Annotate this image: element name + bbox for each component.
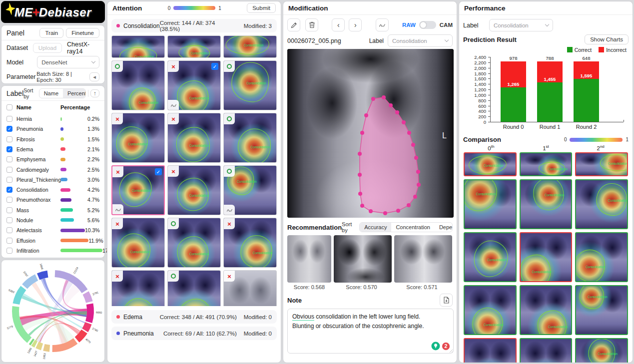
polygon-vertex-handle[interactable]	[358, 152, 362, 156]
correct-badge[interactable]	[224, 113, 235, 124]
label-checkbox[interactable]	[6, 156, 12, 162]
attention-thumbnail[interactable]: Consolidation×✓	[167, 60, 221, 110]
polygon-vertex-handle[interactable]	[389, 103, 393, 107]
note-textarea[interactable]: Obvious consolidation in the left lower …	[287, 309, 454, 354]
delete-button[interactable]	[305, 18, 318, 31]
polygon-vertex-handle[interactable]	[369, 209, 373, 213]
label-checkbox[interactable]	[6, 197, 12, 203]
incorrect-badge[interactable]: ×	[112, 271, 123, 282]
comparison-thumbnail[interactable]: Consolidation	[464, 338, 517, 363]
comparison-thumbnail[interactable]: Consolidation	[464, 285, 517, 335]
label-checkbox[interactable]	[6, 136, 12, 142]
polygon-vertex-handle[interactable]	[364, 113, 368, 117]
chord-segment[interactable]	[82, 322, 91, 332]
attention-thumbnail[interactable]: Consolidation	[111, 35, 165, 58]
selected-checkbox[interactable]: ✓	[211, 63, 218, 70]
attention-thumbnail[interactable]: ×	[223, 270, 277, 306]
attention-group-edema[interactable]: Edema Correct: 348 / All: 491 (70.9%) Mo…	[111, 310, 277, 324]
recommended-xray-3[interactable]	[394, 235, 452, 283]
recommended-xray-2[interactable]	[334, 235, 392, 283]
suggestion-bulb-icon[interactable]	[431, 342, 440, 351]
polygon-vertex-handle[interactable]	[407, 203, 411, 207]
incorrect-badge[interactable]: ×	[112, 113, 123, 124]
cam-mode-label[interactable]: CAM	[440, 22, 453, 28]
image-label-select[interactable]: Consolidation	[388, 34, 453, 47]
comparison-thumbnail[interactable]: Consolidation	[520, 232, 573, 282]
attention-thumbnail[interactable]: Consolidation×	[167, 113, 221, 163]
label-row[interactable]: ✓Edema2.1%	[1, 144, 104, 154]
recommended-xray-1[interactable]	[287, 235, 331, 283]
attention-thumbnail[interactable]: Consolidation×	[111, 113, 165, 163]
polygon-vertex-handle[interactable]	[360, 204, 364, 208]
label-checkbox[interactable]: ✓	[6, 126, 12, 132]
polygon-vertex-handle[interactable]	[371, 97, 375, 101]
finetune-button[interactable]: Finetune	[66, 28, 99, 38]
label-checkbox[interactable]	[6, 217, 12, 223]
attention-thumbnail[interactable]: Consolidation	[223, 35, 277, 58]
sort-name-button[interactable]: Name	[39, 89, 63, 98]
polygon-vertex-handle[interactable]	[402, 120, 406, 124]
label-row[interactable]: Effusion11.9%	[1, 235, 104, 245]
correct-badge[interactable]	[112, 61, 123, 72]
incorrect-badge[interactable]: ×	[168, 113, 179, 124]
train-button[interactable]: Train	[39, 28, 63, 38]
polygon-vertex-handle[interactable]	[358, 192, 362, 196]
annotation-polygon[interactable]	[287, 49, 454, 218]
polygon-vertex-handle[interactable]	[414, 156, 418, 160]
comparison-thumbnail[interactable]: Consolidation	[575, 179, 628, 229]
raw-mode-label[interactable]: RAW	[402, 22, 416, 28]
correct-badge[interactable]	[168, 271, 179, 282]
attention-thumbnail[interactable]: Consolidation	[223, 113, 277, 163]
label-checkbox[interactable]	[6, 167, 12, 173]
label-checkbox[interactable]: ✓	[6, 146, 12, 152]
label-row[interactable]: Emphysema2.2%	[1, 154, 104, 164]
correct-badge[interactable]	[168, 218, 179, 229]
attention-thumbnail[interactable]: Consolidation	[167, 218, 221, 268]
comparison-thumbnail[interactable]: Consolidation	[520, 179, 573, 229]
incorrect-badge[interactable]: ×	[168, 166, 179, 177]
submit-button[interactable]: Submit	[247, 3, 276, 13]
raw-cam-toggle[interactable]	[419, 21, 436, 29]
polygon-vertex-handle[interactable]	[417, 183, 421, 187]
edit-polygon-button[interactable]	[287, 18, 300, 31]
upload-button[interactable]: Upload	[33, 43, 62, 53]
attention-thumbnail[interactable]: Consolidation×	[111, 270, 165, 306]
attention-thumbnail[interactable]: Consolidation	[223, 60, 277, 110]
show-charts-button[interactable]: Show Charts	[585, 34, 629, 44]
label-checkbox[interactable]	[6, 227, 12, 233]
attention-thumbnail[interactable]: Consolidation	[111, 60, 165, 110]
comparison-thumbnail[interactable]: Consolidation	[464, 179, 517, 229]
selected-checkbox[interactable]: ✓	[155, 168, 162, 175]
sort-dependency-button[interactable]: Dependency	[435, 223, 453, 232]
sort-concentration-button[interactable]: Concentration	[391, 223, 435, 232]
freehand-annotation-button[interactable]	[376, 18, 389, 31]
polygon-vertex-handle[interactable]	[360, 131, 364, 135]
sort-direction-button[interactable]: ↑	[90, 89, 99, 97]
attention-thumbnail[interactable]: Consolidation×✓	[111, 165, 165, 215]
attention-thumbnail[interactable]: Consolidation×	[167, 165, 221, 215]
xray-annotation-canvas[interactable]: L	[287, 49, 454, 218]
comparison-thumbnail[interactable]: Consolidation	[575, 152, 628, 176]
attention-thumbnail[interactable]: Consolidation	[167, 270, 221, 306]
chord-segment[interactable]	[37, 271, 48, 280]
incorrect-badge[interactable]: ×	[112, 166, 123, 177]
sort-accuracy-button[interactable]: Accuracy	[360, 223, 391, 232]
chord-segment[interactable]	[83, 291, 93, 303]
label-row[interactable]: ✓Consolidation4.2%	[1, 185, 104, 195]
label-checkbox[interactable]	[6, 177, 12, 183]
sort-percentage-button[interactable]: Percentage	[63, 89, 86, 98]
label-row[interactable]: Atelectasis10.3%	[1, 225, 104, 235]
incorrect-badge[interactable]: ×	[224, 218, 235, 229]
polygon-vertex-handle[interactable]	[383, 211, 387, 215]
export-note-button[interactable]	[440, 294, 453, 307]
correct-badge[interactable]	[224, 61, 235, 72]
label-row[interactable]: Infiltration17.7%	[1, 246, 104, 256]
consolidation-region-polygon[interactable]	[360, 97, 419, 213]
comparison-thumbnail[interactable]: Consolidation	[575, 338, 628, 363]
label-row[interactable]: Pneumothorax4.7%	[1, 195, 104, 205]
incorrect-badge[interactable]: ×	[224, 271, 235, 282]
polygon-vertex-handle[interactable]	[396, 209, 400, 213]
label-row[interactable]: ✓Pneumonia1.3%	[1, 124, 104, 134]
comparison-thumbnail[interactable]: Consolidation	[575, 232, 628, 282]
label-row[interactable]: Fibrosis1.5%	[1, 134, 104, 144]
